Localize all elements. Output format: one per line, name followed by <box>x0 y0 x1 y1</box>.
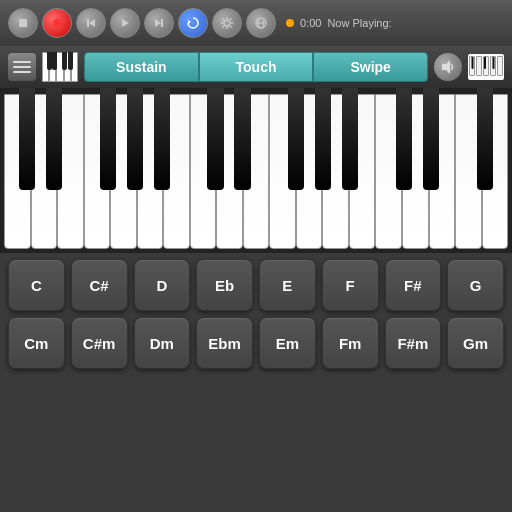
chord-row-minor: CmC#mDmEbmEmFmF#mGm <box>8 317 504 369</box>
chord-btn-f[interactable]: F <box>322 259 379 311</box>
chord-btn-fm[interactable]: Fm <box>322 317 379 369</box>
mode-tabs: Sustain Touch Swipe <box>84 52 428 82</box>
svg-marker-11 <box>442 60 450 74</box>
black-key-8[interactable] <box>234 88 250 190</box>
next-button[interactable] <box>144 8 174 38</box>
time-display: 0:00 <box>300 17 321 29</box>
status-dot <box>286 19 294 27</box>
now-playing-label: Now Playing: <box>327 17 391 29</box>
sync-button[interactable] <box>178 8 208 38</box>
black-key-11[interactable] <box>315 88 331 190</box>
black-key-0[interactable] <box>19 88 35 190</box>
chord-row-major: CC#DEbEFF#G <box>8 259 504 311</box>
menu-button[interactable] <box>8 53 36 81</box>
chord-btn-cm[interactable]: Cm <box>8 317 65 369</box>
mode-bar: Sustain Touch Swipe <box>0 46 512 88</box>
speaker-button[interactable] <box>434 53 462 81</box>
globe-button[interactable] <box>246 8 276 38</box>
chord-btn-eb[interactable]: Eb <box>196 259 253 311</box>
svg-marker-2 <box>89 19 95 27</box>
svg-point-1 <box>53 19 61 27</box>
black-key-14[interactable] <box>396 88 412 190</box>
black-key-12[interactable] <box>342 88 358 190</box>
black-key-15[interactable] <box>423 88 439 190</box>
keyboard-icon <box>468 54 504 80</box>
record-button[interactable] <box>42 8 72 38</box>
black-key-3[interactable] <box>100 88 116 190</box>
chord-section: CC#DEbEFF#G CmC#mDmEbmEmFmF#mGm <box>0 253 512 512</box>
svg-marker-4 <box>122 19 129 27</box>
chord-btn-fsharp[interactable]: F# <box>385 259 442 311</box>
black-key-5[interactable] <box>154 88 170 190</box>
sustain-tab[interactable]: Sustain <box>84 52 199 82</box>
toolbar: 0:00 Now Playing: <box>0 0 512 46</box>
svg-rect-6 <box>161 19 163 27</box>
chord-btn-ebm[interactable]: Ebm <box>196 317 253 369</box>
chord-btn-d[interactable]: D <box>134 259 191 311</box>
chord-btn-fsharpm[interactable]: F#m <box>385 317 442 369</box>
chord-btn-g[interactable]: G <box>447 259 504 311</box>
piano-keyboard <box>0 88 512 253</box>
black-key-17[interactable] <box>477 88 493 190</box>
prev-button[interactable] <box>76 8 106 38</box>
swipe-tab[interactable]: Swipe <box>313 52 428 82</box>
svg-marker-5 <box>155 19 161 27</box>
stop-button[interactable] <box>8 8 38 38</box>
chord-btn-gm[interactable]: Gm <box>447 317 504 369</box>
chord-btn-csharpm[interactable]: C#m <box>71 317 128 369</box>
chord-btn-csharp[interactable]: C# <box>71 259 128 311</box>
black-key-7[interactable] <box>207 88 223 190</box>
chord-btn-c[interactable]: C <box>8 259 65 311</box>
chord-btn-dm[interactable]: Dm <box>134 317 191 369</box>
touch-tab[interactable]: Touch <box>199 52 314 82</box>
chord-btn-e[interactable]: E <box>259 259 316 311</box>
now-playing-section: 0:00 Now Playing: <box>286 17 504 29</box>
piano-icon[interactable] <box>42 52 78 82</box>
chord-btn-em[interactable]: Em <box>259 317 316 369</box>
svg-marker-7 <box>188 20 191 24</box>
black-key-1[interactable] <box>46 88 62 190</box>
play-button[interactable] <box>110 8 140 38</box>
black-key-4[interactable] <box>127 88 143 190</box>
svg-rect-0 <box>19 19 27 27</box>
settings-button[interactable] <box>212 8 242 38</box>
svg-rect-3 <box>87 19 89 27</box>
black-key-10[interactable] <box>288 88 304 190</box>
